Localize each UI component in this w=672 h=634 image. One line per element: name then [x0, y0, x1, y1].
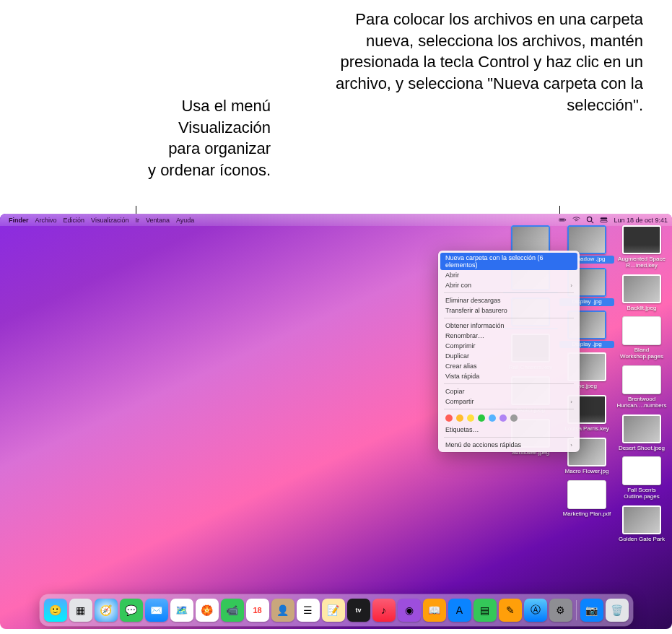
menu-visualizacion[interactable]: Visualización [91, 217, 128, 224]
dock-app-numbers[interactable]: ▤ [474, 599, 497, 622]
dock-app-notes[interactable]: 📝 [322, 599, 345, 622]
spotlight-icon[interactable] [586, 216, 594, 224]
file-thumbnail [622, 505, 661, 534]
menu-app-name[interactable]: Finder [9, 217, 29, 224]
dock-app-reminders[interactable]: ☰ [297, 599, 320, 622]
file-name-label: Bland Workshop.pages [614, 347, 669, 361]
dock-separator [576, 600, 577, 620]
menu-edicion[interactable]: Edición [64, 217, 85, 224]
dock-app-appstore[interactable]: A [448, 599, 471, 622]
dock-app-podcasts[interactable]: ◉ [398, 599, 421, 622]
dock-app-store2[interactable]: Ⓐ [524, 599, 547, 622]
ctx-comprimir[interactable]: Comprimir [438, 341, 580, 351]
dock: 🙂▦🧭💬✉️🗺️🏵️📹18👤☰📝tv♪◉📖A▤✎Ⓐ⚙📷🗑️ [40, 594, 633, 626]
file-thumbnail [567, 225, 606, 254]
annotation-left: Usa el menú Visualización para organizar… [29, 95, 271, 181]
tag-swatch[interactable] [499, 414, 507, 422]
ctx-abrir-con[interactable]: Abrir con› [438, 280, 580, 290]
dock-app-pages[interactable]: ✎ [499, 599, 522, 622]
file-thumbnail [622, 365, 661, 394]
dock-app-downloads[interactable]: 📷 [580, 599, 603, 622]
dock-app-messages[interactable]: 💬 [120, 599, 143, 622]
control-center-icon[interactable] [600, 216, 608, 224]
menu-ventana[interactable]: Ventana [146, 217, 170, 224]
dock-app-tv[interactable]: tv [347, 599, 370, 622]
desktop-file[interactable]: Marketing Plan.pdf [559, 480, 614, 518]
dock-app-finder[interactable]: 🙂 [44, 599, 67, 622]
desktop-file[interactable]: Desert Shoot.jpeg [614, 414, 669, 453]
svg-line-4 [592, 221, 594, 223]
dock-app-trash[interactable]: 🗑️ [606, 599, 629, 622]
ctx-renombrar-[interactable]: Renombrar… [438, 331, 580, 341]
menubar: Finder Archivo Edición Visualización Ir … [0, 214, 672, 226]
ctx-separator [444, 292, 574, 293]
tag-swatch[interactable] [456, 414, 463, 422]
file-name-label: Backlit.jpeg [614, 305, 669, 313]
svg-rect-1 [560, 220, 564, 221]
dock-app-safari[interactable]: 🧭 [95, 599, 118, 622]
desktop-file[interactable]: Bland Workshop.pages [614, 316, 669, 361]
dock-app-launchpad[interactable]: ▦ [69, 599, 92, 622]
ctx-tag-colors[interactable] [438, 412, 580, 425]
dock-app-photos[interactable]: 🏵️ [196, 599, 219, 622]
file-thumbnail [622, 414, 661, 443]
ctx-separator [444, 383, 574, 384]
ctx-vista-r-pida[interactable]: Vista rápida [438, 371, 580, 381]
file-name-label: Fall Scents Outline.pages [614, 487, 669, 501]
ctx-quick-actions[interactable]: Menú de acciones rápidas› [438, 440, 580, 450]
file-thumbnail [567, 480, 606, 509]
ctx-transferir-al-basurero[interactable]: Transferir al basurero [438, 305, 580, 316]
file-name-label: Golden Gate Park [614, 536, 669, 544]
desktop-file[interactable]: Golden Gate Park [614, 505, 669, 544]
svg-point-3 [588, 217, 592, 221]
desktop-file[interactable]: Fall Scents Outline.pages [614, 456, 669, 501]
tag-swatch[interactable] [489, 414, 496, 422]
menubar-clock[interactable]: Lun 18 de oct 9:41 [614, 217, 668, 224]
ctx-crear-alias[interactable]: Crear alias [438, 361, 580, 371]
desktop-file[interactable]: Augmented Space R…ined.key [614, 225, 669, 270]
dock-app-mail[interactable]: ✉️ [145, 599, 168, 622]
tag-swatch[interactable] [467, 414, 474, 422]
file-thumbnail [622, 456, 661, 485]
ctx-tags-more[interactable]: Etiquetas… [438, 425, 580, 435]
dock-app-maps[interactable]: 🗺️ [170, 599, 193, 622]
menu-ayuda[interactable]: Ayuda [176, 217, 194, 224]
ctx-compartir[interactable]: Compartir› [438, 396, 580, 407]
dock-app-contacts[interactable]: 👤 [271, 599, 294, 622]
dock-app-calendar[interactable]: 18 [246, 599, 269, 622]
ctx-eliminar-descargas[interactable]: Eliminar descargas [438, 295, 580, 305]
ctx-separator [444, 437, 574, 438]
annotation-area: Usa el menú Visualización para organizar… [0, 0, 672, 214]
file-name-label: Macro Flower.jpg [559, 468, 614, 476]
file-thumbnail [511, 225, 550, 254]
file-name-label: Desert Shoot.jpeg [614, 445, 669, 453]
tag-swatch[interactable] [445, 414, 453, 422]
file-name-label: Marketing Plan.pdf [559, 511, 614, 518]
dock-app-music[interactable]: ♪ [372, 599, 396, 622]
ctx-new-folder-selection[interactable]: Nueva carpeta con la selección (6 elemen… [440, 253, 577, 270]
ctx-separator [444, 409, 574, 409]
ctx-copiar[interactable]: Copiar [438, 386, 580, 396]
context-menu: Nueva carpeta con la selección (6 elemen… [438, 251, 580, 452]
menu-archivo[interactable]: Archivo [35, 217, 57, 224]
file-thumbnail [622, 225, 661, 254]
desktop-file[interactable]: Backlit.jpeg [614, 274, 669, 313]
file-thumbnail [622, 274, 661, 303]
ctx-obtener-informaci-n[interactable]: Obtener información [438, 321, 580, 331]
dock-app-books[interactable]: 📖 [423, 599, 446, 622]
tag-swatch[interactable] [510, 414, 518, 422]
tag-swatch[interactable] [478, 414, 485, 422]
wifi-icon[interactable] [572, 216, 580, 224]
desktop-file[interactable]: Brentwood Hurican….numbers [614, 365, 669, 410]
ctx-abrir[interactable]: Abrir [438, 270, 580, 280]
dock-app-settings[interactable]: ⚙ [549, 599, 572, 622]
file-name-label: Augmented Space R…ined.key [614, 256, 669, 270]
svg-rect-6 [601, 220, 607, 222]
annotation-right: Para colocar los archivos en una carpeta… [304, 9, 643, 116]
menu-ir[interactable]: Ir [135, 217, 139, 224]
dock-app-facetime[interactable]: 📹 [221, 599, 244, 622]
file-name-label: Brentwood Hurican….numbers [614, 396, 669, 410]
battery-icon[interactable] [559, 216, 567, 224]
ctx-duplicar[interactable]: Duplicar [438, 351, 580, 361]
macos-desktop[interactable]: Finder Archivo Edición Visualización Ir … [0, 214, 672, 629]
